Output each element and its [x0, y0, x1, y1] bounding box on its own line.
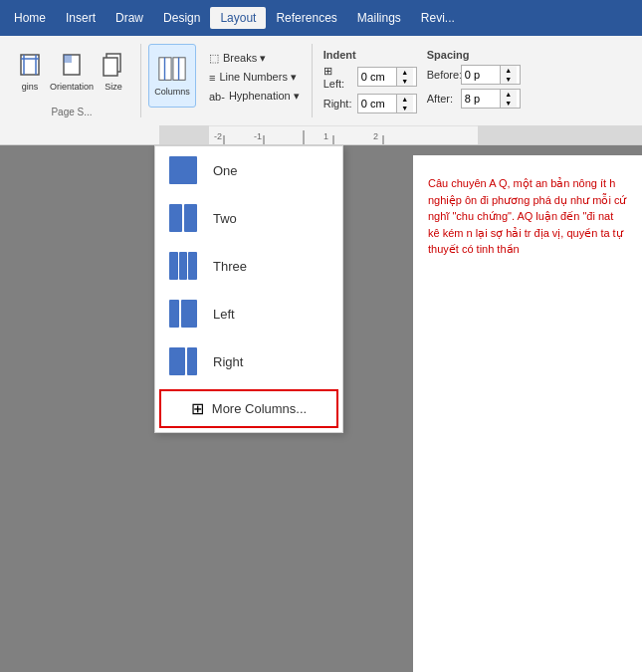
- spacing-before-row: Before: ▲ ▼: [427, 65, 521, 85]
- menu-insert[interactable]: Insert: [56, 7, 106, 29]
- orientation-label: Orientation: [50, 82, 94, 92]
- menu-mailings[interactable]: Mailings: [347, 7, 411, 29]
- toolbar-group-breaks: ⬚ Breaks ▾ ≡ Line Numbers ▾ ab- Hyphenat…: [200, 40, 309, 121]
- columns-button[interactable]: Columns: [148, 44, 196, 108]
- svg-text:1: 1: [323, 131, 328, 141]
- margins-button[interactable]: gins: [10, 42, 50, 100]
- right-column-icon: [165, 343, 201, 379]
- indent-left-input[interactable]: ▲ ▼: [357, 67, 417, 87]
- ruler: -2 -1 1 2: [0, 125, 642, 145]
- breaks-label: Breaks ▾: [223, 52, 266, 65]
- dropdown-item-two[interactable]: Two: [155, 194, 342, 242]
- line-numbers-button[interactable]: ≡ Line Numbers ▾: [204, 69, 305, 86]
- spacing-after-down[interactable]: ▼: [501, 99, 517, 108]
- svg-rect-14: [478, 125, 642, 145]
- spacing-before-down[interactable]: ▼: [501, 75, 517, 84]
- indent-left-up[interactable]: ▲: [397, 68, 413, 77]
- dropdown-item-one[interactable]: One: [155, 146, 342, 194]
- indent-left-row: ⊞ Left: ▲ ▼: [323, 65, 417, 90]
- svg-rect-5: [64, 55, 72, 63]
- menu-bar: Home Insert Draw Design Layout Reference…: [0, 0, 642, 36]
- menu-design[interactable]: Design: [153, 7, 210, 29]
- document-text: Câu chuyên A Q, một an bản nông ít h ngh…: [428, 175, 627, 258]
- separator-1: [140, 44, 141, 117]
- separator-2: [312, 44, 313, 117]
- toolbar-group-columns: Columns: [144, 40, 200, 121]
- hyphenation-icon: ab-: [209, 91, 225, 103]
- columns-icon: [157, 55, 187, 85]
- svg-text:-2: -2: [214, 131, 222, 141]
- orientation-icon: [57, 50, 87, 80]
- indent-left-spin: ▲ ▼: [396, 68, 413, 86]
- indent-right-spin: ▲ ▼: [396, 95, 413, 112]
- indent-right-row: Right: ▲ ▼: [323, 94, 417, 113]
- svg-text:2: 2: [373, 131, 378, 141]
- left-label: Left: [213, 307, 235, 322]
- document-page: Câu chuyên A Q, một an bản nông ít h ngh…: [413, 155, 642, 672]
- size-button[interactable]: Size: [94, 42, 133, 100]
- spacing-after-label: After:: [427, 93, 457, 105]
- indent-left-down[interactable]: ▼: [397, 77, 413, 86]
- svg-rect-7: [104, 58, 117, 76]
- spacing-before-spin: ▲ ▼: [500, 66, 517, 84]
- columns-dropdown: One Two Three Left Right: [154, 145, 343, 433]
- spacing-before-label: Before:: [427, 69, 457, 81]
- size-icon: [99, 50, 128, 80]
- three-label: Three: [213, 259, 247, 274]
- margins-label: gins: [22, 82, 39, 92]
- menu-layout[interactable]: Layout: [210, 7, 266, 29]
- hyphenation-label: Hyphenation ▾: [229, 90, 300, 103]
- indent-spacing-section: Indent ⊞ Left: ▲ ▼ Right: ▲ ▼: [316, 49, 529, 113]
- spacing-before-up[interactable]: ▲: [501, 66, 517, 75]
- spacing-before-input[interactable]: ▲ ▼: [461, 65, 521, 85]
- spacing-after-row: After: ▲ ▼: [427, 89, 521, 109]
- spacing-after-value[interactable]: [462, 93, 500, 105]
- indent-left-value[interactable]: [358, 71, 396, 83]
- menu-review[interactable]: Revi...: [411, 7, 465, 29]
- indent-right-label: Right:: [323, 98, 353, 110]
- dropdown-item-left[interactable]: Left: [155, 290, 342, 337]
- line-numbers-icon: ≡: [209, 72, 215, 84]
- right-label: Right: [213, 354, 243, 369]
- menu-home[interactable]: Home: [4, 7, 56, 29]
- spacing-after-up[interactable]: ▲: [501, 90, 517, 99]
- spacing-before-value[interactable]: [462, 69, 500, 81]
- small-buttons: ⬚ Breaks ▾ ≡ Line Numbers ▾ ab- Hyphenat…: [204, 46, 305, 105]
- svg-rect-13: [159, 125, 209, 145]
- doc-area: One Two Three Left Right: [0, 145, 642, 672]
- left-column-icon: [165, 296, 201, 332]
- hyphenation-button[interactable]: ab- Hyphenation ▾: [204, 88, 305, 105]
- one-column-icon: [165, 152, 201, 188]
- menu-draw[interactable]: Draw: [106, 7, 153, 29]
- breaks-button[interactable]: ⬚ Breaks ▾: [204, 50, 305, 67]
- spacing-title: Spacing: [427, 49, 521, 61]
- svg-text:-1: -1: [254, 131, 262, 141]
- indent-right-down[interactable]: ▼: [397, 104, 413, 112]
- indent-right-input[interactable]: ▲ ▼: [357, 94, 417, 113]
- menu-references[interactable]: References: [266, 7, 346, 29]
- btn-group-page: gins Orientation: [10, 42, 133, 100]
- columns-label: Columns: [154, 87, 190, 97]
- indent-group: Indent ⊞ Left: ▲ ▼ Right: ▲ ▼: [323, 49, 417, 113]
- two-label: Two: [213, 211, 237, 226]
- spacing-after-input[interactable]: ▲ ▼: [461, 89, 521, 109]
- breaks-icon: ⬚: [209, 52, 219, 65]
- line-numbers-label: Line Numbers ▾: [219, 71, 297, 84]
- dropdown-item-right[interactable]: Right: [155, 337, 342, 385]
- size-label: Size: [105, 82, 122, 92]
- margins-icon: [15, 50, 45, 80]
- more-columns-icon: ⊞: [191, 399, 204, 418]
- indent-right-value[interactable]: [358, 98, 396, 110]
- orientation-button[interactable]: Orientation: [52, 42, 92, 100]
- spacing-group: Spacing Before: ▲ ▼ After: ▲ ▼: [427, 49, 521, 113]
- indent-title: Indent: [323, 49, 417, 61]
- one-label: One: [213, 163, 238, 178]
- more-columns-button[interactable]: ⊞ More Columns...: [159, 389, 338, 428]
- dropdown-item-three[interactable]: Three: [155, 242, 342, 290]
- toolbar-group-margins: gins Orientation: [6, 40, 137, 121]
- indent-right-up[interactable]: ▲: [397, 95, 413, 104]
- more-columns-label: More Columns...: [212, 401, 307, 416]
- three-column-icon: [165, 248, 201, 284]
- spacing-after-spin: ▲ ▼: [500, 90, 517, 108]
- indent-left-label: ⊞ Left:: [323, 65, 353, 90]
